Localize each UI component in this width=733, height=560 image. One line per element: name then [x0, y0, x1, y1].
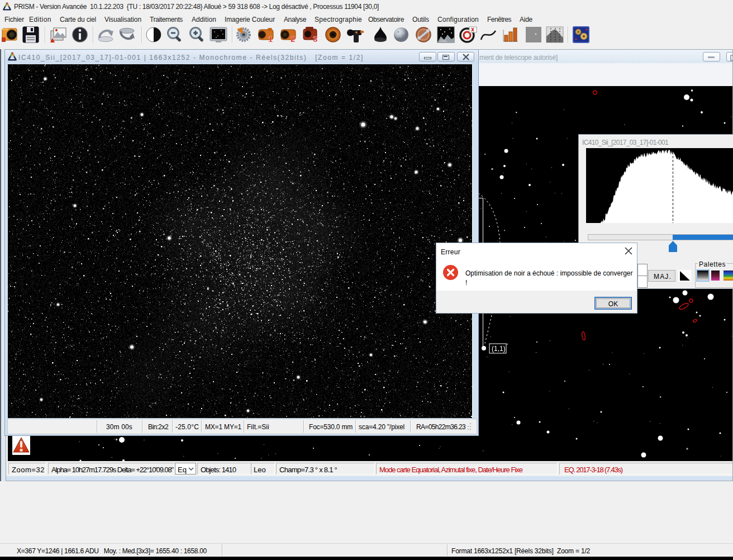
svg-text:2: 2 [291, 34, 295, 44]
svg-text:1: 1 [268, 34, 273, 44]
svg-text:CIEL: CIEL [440, 39, 448, 42]
svg-text:3: 3 [313, 34, 317, 44]
